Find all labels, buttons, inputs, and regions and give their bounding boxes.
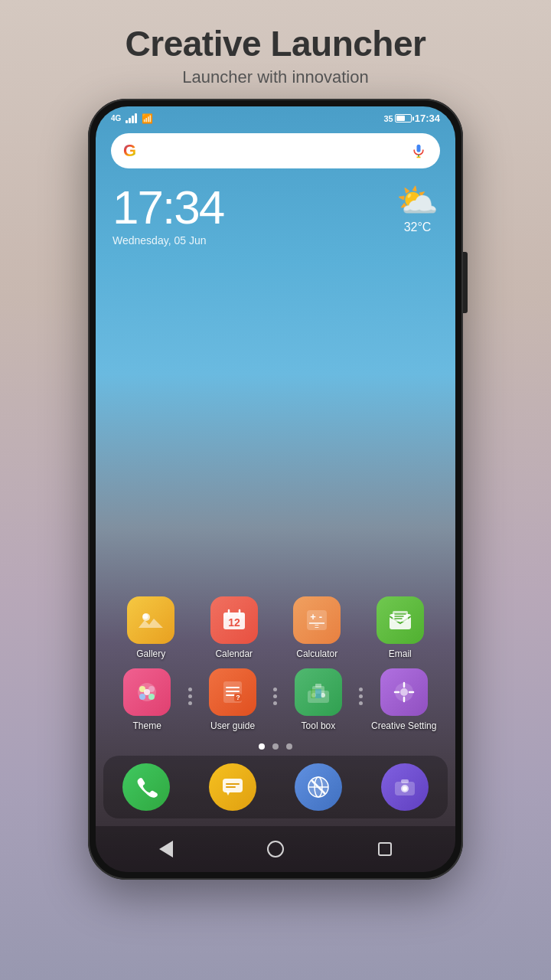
home-circle-icon [267, 841, 284, 858]
calendar-icon: 12 [210, 596, 258, 644]
weather-temperature: 32°C [404, 220, 432, 234]
svg-rect-0 [417, 145, 421, 152]
app-item-messages[interactable] [198, 763, 267, 811]
nav-back-button[interactable] [152, 835, 180, 863]
weather-widget: ⛅ 32°C [396, 184, 439, 234]
weather-icon: ⛅ [396, 184, 439, 217]
recent-square-icon [378, 842, 392, 856]
signal-bar-4 [135, 113, 137, 123]
app-item-email[interactable]: Email [366, 596, 435, 659]
dots-right [273, 688, 277, 705]
nav-home-button[interactable] [262, 835, 289, 863]
nav-recent-button[interactable] [371, 835, 399, 863]
app-item-toolbox[interactable]: Tool box [284, 668, 353, 731]
userguide-icon: ? [209, 668, 256, 716]
app-item-calendar[interactable]: 12 Calendar [200, 596, 269, 659]
svg-point-21 [148, 694, 155, 700]
back-arrow-icon [159, 841, 173, 858]
wifi-icon: 📶 [142, 113, 153, 124]
app-item-browser[interactable] [284, 763, 353, 811]
page-dots [96, 736, 455, 756]
dock-row [103, 763, 448, 811]
theme-icon [123, 668, 171, 716]
phone-frame: 4G 📶 35 17:34 G [88, 99, 463, 880]
svg-point-22 [144, 689, 150, 695]
dot-l1 [188, 688, 192, 691]
dot-l3 [188, 701, 192, 705]
dot-r1 [273, 688, 277, 691]
phone-screen: 4G 📶 35 17:34 G [96, 106, 455, 872]
svg-point-20 [139, 694, 145, 700]
camera-icon [381, 763, 429, 811]
clock-time: 17:34 [112, 184, 223, 231]
app-item-gallery[interactable]: Gallery [116, 596, 185, 659]
app-item-creativesetting[interactable]: Creative Setting [370, 668, 439, 731]
battery-indicator: 35 [384, 114, 412, 123]
status-left: 4G 📶 [111, 113, 153, 124]
mic-icon[interactable] [409, 142, 428, 160]
dots-mid [359, 688, 363, 705]
status-time: 17:34 [415, 113, 440, 124]
svg-rect-35 [315, 689, 321, 698]
clock-display: 17:34 Wednesday, 05 Jun [112, 184, 223, 247]
app-item-userguide[interactable]: ? User guide [198, 668, 267, 731]
lte-badge: 4G [111, 114, 121, 122]
svg-rect-31 [315, 684, 321, 688]
dot-m1 [359, 688, 363, 691]
dot-m3 [359, 701, 363, 705]
email-label: Email [389, 648, 412, 659]
app-item-calculator[interactable]: + - = Calculator [282, 596, 351, 659]
signal-bars [126, 114, 137, 123]
gallery-label: Gallery [136, 648, 165, 659]
bottom-dock [103, 756, 448, 818]
page-dot-2[interactable] [272, 743, 279, 750]
status-bar: 4G 📶 35 17:34 [96, 106, 455, 127]
userguide-label: User guide [210, 720, 255, 731]
svg-text:+: + [310, 611, 316, 622]
home-spacer [96, 254, 455, 592]
app-item-camera[interactable] [370, 763, 439, 811]
app-item-phone[interactable] [112, 763, 181, 811]
signal-bar-3 [132, 116, 134, 123]
search-bar[interactable]: G [111, 133, 440, 168]
battery-fill [396, 116, 405, 121]
dot-r2 [273, 694, 277, 698]
calculator-icon: + - = [293, 596, 341, 644]
app-grid-row2: Theme [96, 664, 455, 736]
app-subtitle: Launcher with innovation [126, 67, 426, 87]
svg-text:12: 12 [228, 616, 240, 629]
calendar-label: Calendar [215, 648, 253, 659]
email-icon [377, 596, 424, 644]
messages-icon [209, 763, 256, 811]
phone-icon [122, 763, 170, 811]
signal-bar-1 [126, 120, 128, 123]
creativesetting-icon [380, 668, 428, 716]
app-grid-row1: Gallery 12 Calendar [96, 592, 455, 664]
navigation-bar [96, 826, 455, 872]
app-header: Creative Launcher Launcher with innovati… [126, 0, 426, 99]
clock-widget: 17:34 Wednesday, 05 Jun ⛅ 32°C [96, 176, 455, 254]
page-dot-1[interactable] [259, 743, 265, 750]
svg-text:?: ? [236, 694, 240, 701]
theme-label: Theme [133, 720, 161, 731]
battery-level: 35 [384, 114, 393, 123]
dot-m2 [359, 694, 363, 698]
google-logo: G [123, 141, 136, 161]
clock-date: Wednesday, 05 Jun [112, 234, 223, 247]
page-dot-3[interactable] [286, 743, 292, 750]
app-item-theme[interactable]: Theme [112, 668, 181, 731]
status-right: 35 17:34 [384, 113, 441, 124]
dot-r3 [273, 701, 277, 705]
toolbox-label: Tool box [302, 720, 336, 731]
app-title: Creative Launcher [126, 23, 426, 64]
svg-text:=: = [315, 622, 319, 631]
svg-rect-42 [223, 779, 243, 792]
svg-rect-53 [401, 779, 409, 783]
browser-icon [295, 763, 342, 811]
svg-marker-43 [226, 791, 230, 795]
app-row-2: Theme [109, 664, 442, 736]
svg-point-54 [403, 786, 407, 791]
battery-box [395, 114, 412, 122]
calculator-label: Calculator [296, 648, 337, 659]
app-row-1: Gallery 12 Calendar [109, 592, 442, 664]
